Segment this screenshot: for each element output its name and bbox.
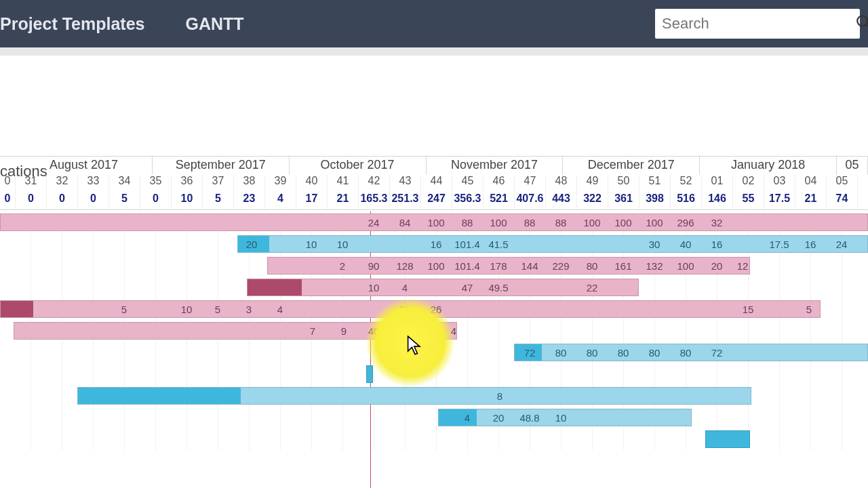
bar-label: 40: [680, 239, 692, 250]
value-cell: 10: [172, 192, 203, 209]
week-cell: 35: [140, 175, 172, 192]
bar-label: 72: [711, 347, 723, 359]
bar-label: 100: [427, 217, 444, 228]
bar-label: 10: [337, 239, 349, 250]
value-row: 0000501052341721165.3251.3247356.3521407…: [0, 192, 868, 210]
week-cell: 38: [234, 175, 265, 192]
svg-point-0: [857, 16, 867, 26]
nav-project-templates[interactable]: Project Templates: [0, 14, 145, 34]
bar-label: 15: [743, 304, 754, 315]
week-cell: 52: [671, 175, 702, 192]
bar-label: 101.4: [454, 239, 480, 250]
month-cell: 05: [837, 157, 868, 175]
bar-label: 80: [680, 347, 692, 359]
gantt-bar[interactable]: [705, 430, 750, 448]
separator-strip: [0, 47, 868, 56]
gantt-bar[interactable]: 5105343026155: [0, 300, 821, 318]
bar-label: 88: [524, 217, 536, 228]
gantt-bar[interactable]: 1044749.522: [247, 279, 639, 296]
top-nav: Project Templates GANTT: [0, 0, 868, 47]
week-cell: 05: [827, 175, 858, 192]
month-cell: December 2017: [563, 157, 700, 175]
bar-label: 178: [490, 260, 507, 272]
bar-label: 10: [555, 412, 567, 424]
bar-label: 5: [215, 304, 220, 315]
value-cell: 322: [577, 192, 608, 209]
bar-label: 144: [521, 260, 538, 272]
week-cell: 04: [795, 175, 827, 192]
bar-label: 100: [614, 217, 631, 228]
bar-label: 10: [368, 282, 380, 293]
value-cell: 146: [702, 192, 733, 209]
gantt-bar[interactable]: 20101016101.441.530401617.51624: [237, 235, 868, 253]
gantt-bar[interactable]: 72808080808072: [514, 344, 868, 361]
week-cell: 50: [608, 175, 639, 192]
gantt-row: 248410088100888810010010029632: [0, 211, 868, 233]
nav-gantt[interactable]: GANTT: [186, 14, 244, 34]
value-cell: 516: [671, 192, 702, 209]
value-cell: 521: [484, 192, 515, 209]
month-cell: October 2017: [290, 157, 427, 175]
value-cell: 5: [203, 192, 234, 209]
bar-label: 2: [340, 260, 345, 272]
bar-label: 10: [181, 304, 193, 315]
gantt-bars[interactable]: 2484100881008888100100100296322010101610…: [0, 211, 868, 450]
week-cell: 03: [764, 175, 795, 192]
value-cell: 165.3: [359, 192, 390, 209]
week-cell: 46: [484, 175, 515, 192]
bar-label: 90: [368, 260, 380, 272]
week-cell: 32: [47, 175, 78, 192]
value-cell: 23: [234, 192, 265, 209]
gantt-bar[interactable]: 8: [77, 387, 751, 405]
bar-label: 80: [618, 347, 629, 359]
bar-label: 4: [451, 325, 456, 337]
bar-label: 40: [368, 325, 380, 337]
bar-label: 88: [555, 217, 567, 228]
gantt-chart[interactable]: August 2017September 2017October 2017Nov…: [0, 156, 868, 450]
gantt-bar[interactable]: 248410088100888810010010029632: [0, 214, 868, 231]
week-cell: 48: [546, 175, 577, 192]
week-cell: 0: [0, 175, 16, 192]
value-cell: 251.3: [390, 192, 421, 209]
week-cell: 37: [203, 175, 234, 192]
gantt-bar[interactable]: 794084: [14, 322, 457, 340]
gantt-row: 42048.810: [0, 407, 868, 428]
value-cell: 0: [0, 192, 16, 209]
bar-label: 4: [402, 282, 408, 293]
bar-label: 4: [465, 412, 470, 424]
gantt-row: 72808080808072: [0, 342, 868, 363]
bar-label: 100: [427, 260, 444, 272]
search-box[interactable]: [655, 9, 860, 39]
search-input[interactable]: [662, 15, 848, 33]
week-cell: 01: [702, 175, 733, 192]
month-cell: August 2017: [16, 157, 153, 175]
value-cell: 4: [265, 192, 296, 209]
value-cell: 0: [47, 192, 78, 209]
bar-label: 3: [246, 304, 252, 315]
week-cell: 39: [265, 175, 296, 192]
search-icon[interactable]: [855, 14, 868, 34]
value-cell: 21: [328, 192, 359, 209]
value-cell: 443: [546, 192, 577, 209]
value-cell: 247: [421, 192, 452, 209]
bar-label: 16: [431, 239, 442, 250]
bar-label: 41.5: [488, 239, 508, 250]
value-cell: 0: [140, 192, 172, 209]
bar-label: 9: [341, 325, 347, 337]
week-cell: 49: [577, 175, 608, 192]
value-cell: 356.3: [452, 192, 484, 209]
gantt-row: 5105343026155: [0, 298, 868, 320]
bar-label: 132: [646, 260, 663, 272]
bar-label: 100: [646, 217, 663, 228]
week-cell: 40: [296, 175, 328, 192]
gantt-row: 290128100101.4178144229801611321002012: [0, 255, 868, 277]
value-cell: 407.6: [515, 192, 546, 209]
gantt-bar[interactable]: [366, 365, 373, 383]
value-cell: 21: [795, 192, 827, 209]
bar-label: 47: [462, 282, 473, 293]
gantt-bar[interactable]: 42048.810: [438, 409, 692, 426]
week-cell: 33: [78, 175, 109, 192]
bar-label: 296: [677, 217, 694, 228]
bar-label: 16: [711, 239, 723, 250]
gantt-bar[interactable]: 290128100101.4178144229801611321002012: [267, 257, 750, 274]
